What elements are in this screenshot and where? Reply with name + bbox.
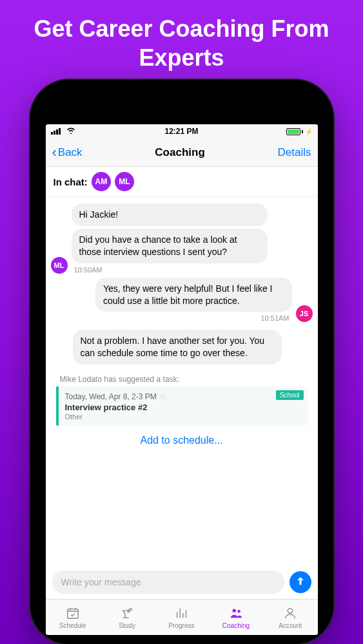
tab-schedule[interactable]: Schedule xyxy=(46,600,100,635)
tab-study[interactable]: Study xyxy=(100,600,154,635)
in-chat-label: In chat: xyxy=(54,176,88,187)
tab-account[interactable]: Account xyxy=(263,600,317,635)
tab-label: Account xyxy=(279,622,302,629)
task-badge: School xyxy=(276,390,304,400)
chat-area[interactable]: ML Hi Jackie! Did you have a chance to t… xyxy=(46,197,318,565)
star-icon: ☆ xyxy=(159,392,167,401)
phone-frame: 12:21 PM ⚡ ‹ Back Coaching Details In ch… xyxy=(30,80,333,644)
wifi-icon xyxy=(66,127,75,136)
people-icon xyxy=(229,605,243,621)
message-group-incoming: ML Hi Jackie! Did you have a chance to t… xyxy=(51,204,313,274)
details-button[interactable]: Details xyxy=(278,146,311,159)
in-chat-row: In chat: AM ML xyxy=(46,167,318,197)
person-icon xyxy=(283,605,297,621)
message-group-incoming: Not a problem. I have another set for yo… xyxy=(73,330,282,365)
tab-label: Schedule xyxy=(59,622,86,629)
participant-avatar-ml[interactable]: ML xyxy=(115,172,134,191)
message-timestamp: 10:51AM xyxy=(98,314,289,322)
avatar-ml[interactable]: ML xyxy=(51,257,68,274)
task-title: Interview practice #2 xyxy=(65,402,301,412)
add-to-schedule-button[interactable]: Add to schedule... xyxy=(51,426,313,453)
message-input-row: Write your message xyxy=(46,565,318,599)
avatar-js[interactable]: JS xyxy=(296,305,313,322)
arrow-up-icon xyxy=(295,576,306,589)
send-button[interactable] xyxy=(289,571,311,593)
message-bubble: Not a problem. I have another set for yo… xyxy=(73,330,282,365)
page-title: Coaching xyxy=(155,146,204,159)
message-group-outgoing: JS Yes, they were very helpful! But I fe… xyxy=(51,278,313,323)
message-input[interactable]: Write your message xyxy=(52,571,284,594)
svg-point-2 xyxy=(237,610,240,613)
tab-bar: Schedule Study Progress xyxy=(46,599,318,635)
task-card[interactable]: School Today, Wed, Apr 8, 2-3 PM ☆ Inter… xyxy=(56,386,308,426)
back-button[interactable]: ‹ Back xyxy=(52,144,83,161)
message-bubble: Did you have a chance to take a look at … xyxy=(72,229,268,263)
svg-point-1 xyxy=(232,609,236,613)
tab-label: Coaching xyxy=(222,622,250,629)
calendar-icon xyxy=(66,605,80,621)
nav-bar: ‹ Back Coaching Details xyxy=(46,138,318,167)
task-time: Today, Wed, Apr 8, 2-3 PM ☆ xyxy=(65,392,301,401)
svg-point-3 xyxy=(288,609,293,613)
tab-label: Progress xyxy=(169,622,195,629)
signal-icon xyxy=(51,128,61,135)
participant-avatar-am[interactable]: AM xyxy=(92,172,111,191)
message-bubble: Hi Jackie! xyxy=(72,204,268,226)
tab-label: Study xyxy=(119,622,135,629)
tab-progress[interactable]: Progress xyxy=(154,600,208,635)
chevron-left-icon: ‹ xyxy=(52,144,57,161)
task-suggested-label: Mike Lodato has suggested a task: xyxy=(60,375,313,384)
chart-icon xyxy=(175,605,189,621)
message-timestamp: 10:50AM xyxy=(74,266,268,274)
battery-icon: ⚡ xyxy=(286,128,313,135)
marketing-headline: Get Career Coaching From Experts xyxy=(0,14,363,72)
app-screen: 12:21 PM ⚡ ‹ Back Coaching Details In ch… xyxy=(46,124,318,635)
status-bar: 12:21 PM ⚡ xyxy=(46,124,318,138)
phone-bezel: 12:21 PM ⚡ ‹ Back Coaching Details In ch… xyxy=(39,89,324,635)
lamp-icon xyxy=(120,605,134,621)
back-label: Back xyxy=(58,146,83,159)
svg-rect-0 xyxy=(67,609,78,619)
tab-coaching[interactable]: Coaching xyxy=(209,600,263,635)
status-time: 12:21 PM xyxy=(164,127,198,136)
message-bubble: Yes, they were very helpful! But I feel … xyxy=(95,278,292,312)
task-category: Other xyxy=(65,413,301,421)
